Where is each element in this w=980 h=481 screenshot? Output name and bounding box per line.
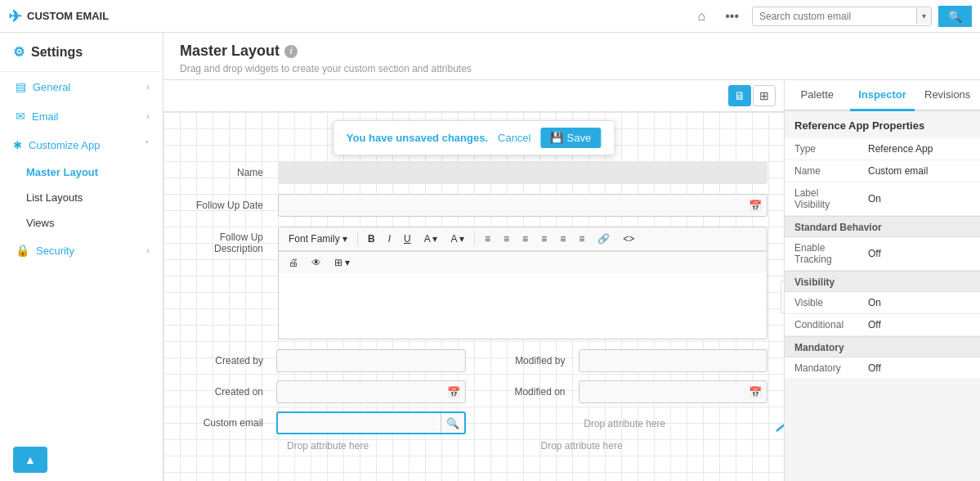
sidebar-item-general[interactable]: ▤ General › (0, 72, 163, 101)
rte-align-right[interactable]: ≡ (517, 231, 533, 247)
logo-icon: ✈ (8, 7, 22, 26)
top-navigation: ✈ CUSTOM EMAIL ⌂ ••• ▾ 🔍 (0, 0, 980, 33)
name-field-placeholder (278, 161, 767, 184)
name-field-row: Name (180, 161, 767, 184)
prop-enable-tracking-label: EnableTracking (794, 242, 868, 265)
prop-visible-label: Visible (794, 297, 868, 308)
modified-by-half: Modified by (482, 349, 768, 372)
prop-row-label-visibility: LabelVisibility On (785, 182, 980, 216)
customize-icon: ✱ (13, 139, 22, 151)
created-on-input[interactable] (277, 386, 442, 398)
content-area: Master Layout i Drag and drop widgets to… (163, 33, 980, 481)
rte-font-family[interactable]: Font Family ▾ (284, 231, 352, 247)
prop-row-visible: Visible On (785, 292, 980, 314)
rte-bold[interactable]: B (363, 231, 380, 247)
standard-behavior-section: Standard Behavior (785, 216, 980, 237)
sidebar-item-customize-app[interactable]: ✱ Customize App ˅ (0, 131, 163, 160)
search-input[interactable] (753, 7, 916, 25)
sidebar-subitem-list-layouts[interactable]: List Layouts (0, 185, 163, 210)
canvas-grid: You have unsaved changes. Cancel 💾 Save … (163, 112, 784, 481)
info-icon[interactable]: i (284, 45, 298, 58)
custom-email-label: Custom email (180, 417, 270, 429)
save-button[interactable]: 💾 Save (540, 128, 601, 148)
rte-preview[interactable]: 👁 (307, 254, 326, 271)
search-dropdown-button[interactable]: ▾ (916, 8, 931, 24)
rte-underline[interactable]: U (399, 231, 416, 247)
prop-row-name: Name Custom email (785, 160, 980, 182)
save-icon: 💾 (550, 132, 563, 144)
home-button[interactable]: ⌂ (691, 6, 713, 27)
rte-list-ol[interactable]: ≡ (574, 231, 589, 247)
prop-mandatory-label: Mandatory (794, 362, 868, 374)
page-title: Master Layout i (180, 43, 964, 60)
scroll-up-button[interactable]: ▲ (13, 447, 47, 473)
tab-revisions[interactable]: Revisions (915, 80, 980, 111)
rte-list-ul[interactable]: ≡ (555, 231, 571, 247)
modified-on-field[interactable]: 📅 (579, 380, 768, 403)
rte-align-center[interactable]: ≡ (499, 231, 514, 247)
prop-visible-value: On (868, 297, 881, 308)
rte-code[interactable]: <> (618, 231, 639, 247)
collapse-handle[interactable]: ‹ (781, 281, 784, 313)
prop-name-value: Custom email (868, 165, 928, 177)
rte-align-left[interactable]: ≡ (480, 231, 495, 247)
panel-section-title: Reference App Properties (785, 111, 980, 138)
created-on-calendar-icon: 📅 (442, 386, 465, 398)
modified-on-label: Modified on (482, 386, 572, 398)
right-panel: Palette Inspector Revisions Reference Ap… (784, 80, 980, 481)
tab-palette[interactable]: Palette (785, 80, 850, 111)
sidebar-item-security[interactable]: 🔒 Security › (0, 236, 163, 265)
prop-row-mandatory: Mandatory Off (785, 357, 980, 380)
canvas-main: You have unsaved changes. Cancel 💾 Save … (163, 112, 784, 481)
sidebar-subitem-views[interactable]: Views (0, 210, 163, 236)
created-on-field[interactable]: 📅 (276, 380, 466, 403)
rte-table[interactable]: ⊞ ▾ (329, 254, 355, 271)
modified-on-input[interactable] (579, 386, 745, 398)
rte-italic[interactable]: I (383, 231, 396, 247)
prop-conditional-label: Conditional (794, 319, 868, 330)
custom-email-search-button[interactable]: 🔍 (441, 413, 464, 433)
sidebar-header: ⚙ Settings (0, 33, 163, 72)
created-on-label: Created on (180, 386, 270, 398)
tab-inspector[interactable]: Inspector (850, 80, 915, 111)
prop-row-enable-tracking: EnableTracking Off (785, 237, 980, 271)
page-subtitle: Drag and drop widgets to create your cus… (180, 63, 964, 74)
sidebar-item-general-label: General (33, 81, 70, 93)
main-layout: ⚙ Settings ▤ General › ✉ Email › ✱ Custo… (0, 33, 980, 481)
custom-email-input[interactable] (278, 417, 441, 429)
modified-on-calendar-icon: 📅 (744, 386, 767, 398)
created-by-half: Created by (180, 349, 466, 372)
email-icon: ✉ (16, 110, 25, 123)
search-go-button[interactable]: 🔍 (938, 6, 972, 27)
created-by-label: Created by (180, 355, 270, 366)
security-chevron-icon: › (146, 245, 150, 255)
canvas-area-wrapper: 🖥 ⊞ You have unsaved changes. Cancel 💾 (163, 80, 784, 481)
prop-mandatory-value: Off (868, 362, 881, 374)
custom-email-row: Custom email 🔍 Drop attribute here (180, 411, 767, 434)
sidebar-bottom: ▲ (0, 438, 163, 481)
rte-print[interactable]: 🖨 (284, 254, 303, 271)
calendar-icon: 📅 (744, 200, 767, 212)
master-layout-label: Master Layout (26, 166, 98, 178)
canvas-top-bar: 🖥 ⊞ (163, 80, 784, 112)
rte-highlight[interactable]: A ▾ (445, 231, 469, 247)
rte-link[interactable]: 🔗 (593, 231, 615, 247)
grid-view-button[interactable]: ⊞ (753, 85, 776, 106)
sidebar-subitem-master-layout[interactable]: Master Layout (0, 160, 163, 185)
desktop-view-button[interactable]: 🖥 (728, 85, 751, 106)
follow-up-date-field[interactable]: 📅 (278, 194, 767, 217)
rte-body[interactable] (279, 273, 767, 339)
follow-up-date-label: Follow Up Date (180, 200, 270, 211)
save-label: Save (566, 132, 591, 144)
drop-zones-row: Drop attribute here Drop attribute here (180, 439, 767, 452)
follow-up-date-input[interactable] (279, 200, 744, 211)
prop-enable-tracking-value: Off (868, 248, 881, 259)
rte-font-color[interactable]: A ▾ (419, 231, 443, 247)
unsaved-message: You have unsaved changes. (347, 132, 488, 144)
more-button[interactable]: ••• (718, 6, 745, 27)
prop-row-conditional: Conditional Off (785, 314, 980, 336)
rte-justify[interactable]: ≡ (536, 231, 552, 247)
cancel-link[interactable]: Cancel (498, 132, 530, 144)
sidebar-item-email[interactable]: ✉ Email › (0, 101, 163, 131)
created-modified-on-row: Created on 📅 Modified on 📅 (180, 380, 767, 403)
